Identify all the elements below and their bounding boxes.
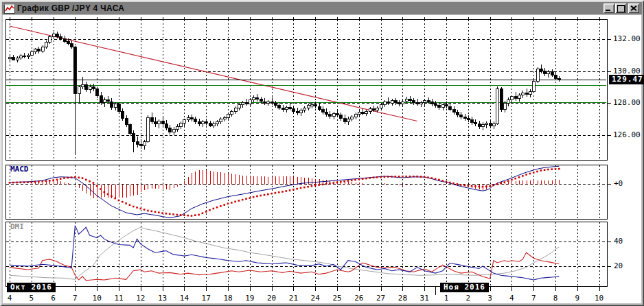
x-axis-date-label: 19 — [241, 294, 259, 303]
x-axis-date-label: 21 — [284, 294, 302, 303]
price-axis-label: 132.00 — [613, 35, 641, 43]
x-axis-date-label: 7 — [66, 294, 84, 303]
chart-client-area: MACD DMI +0 40 20 129.47 Окт 2016 Ноя 20… — [3, 15, 641, 303]
month-label-oct: Окт 2016 — [7, 283, 56, 292]
x-axis-date-label: 9 — [568, 294, 586, 303]
price-axis-label: 128.00 — [613, 99, 641, 107]
x-axis-date-label: 13 — [154, 294, 172, 303]
x-axis-date-label: 20 — [263, 294, 281, 303]
price-chart-canvas[interactable] — [3, 15, 641, 303]
last-price-badge: 129.47 — [609, 75, 644, 84]
x-axis-date-label: 5 — [23, 294, 41, 303]
price-axis-label: 130.00 — [613, 67, 641, 75]
x-axis-date-label: 3 — [481, 294, 499, 303]
x-axis-date-label: 24 — [306, 294, 324, 303]
close-icon — [630, 5, 637, 11]
window-title: График GBP /JPY 4 ЧАСА — [17, 2, 603, 14]
app-window: График GBP /JPY 4 ЧАСА MACD DMI +0 40 20… — [0, 0, 644, 306]
x-axis-date-label: 26 — [350, 294, 368, 303]
dmi-axis-label-20: 20 — [614, 262, 623, 270]
x-axis-date-label: 6 — [45, 294, 62, 303]
x-axis-date-label: 4 — [503, 294, 520, 303]
x-axis-date-label: 17 — [197, 294, 215, 303]
maximize-button[interactable] — [615, 3, 626, 13]
line-chart-app-icon — [4, 3, 15, 14]
maximize-icon — [617, 5, 625, 12]
dmi-panel-label: DMI — [10, 223, 24, 231]
x-axis-date-label: 14 — [175, 294, 193, 303]
x-axis-date-label: 12 — [132, 294, 150, 303]
close-button[interactable] — [628, 3, 639, 13]
x-axis-date-label: 11 — [110, 294, 128, 303]
x-axis-date-label: 27 — [372, 294, 390, 303]
dmi-axis-label-40: 40 — [614, 237, 623, 246]
x-axis-date-label: 8 — [547, 294, 564, 303]
price-axis-label: 126.00 — [613, 131, 641, 139]
x-axis-date-label: 25 — [328, 294, 346, 303]
x-axis-date-label: 18 — [219, 294, 237, 303]
window-controls — [603, 3, 639, 13]
title-bar[interactable]: График GBP /JPY 4 ЧАСА — [2, 2, 642, 14]
x-axis-date-label: 31 — [415, 294, 433, 303]
x-axis-date-label: 4 — [1, 294, 19, 303]
x-axis-date-label: 1 — [437, 294, 455, 303]
month-label-nov: Ноя 2016 — [440, 283, 489, 292]
x-axis-date-label: 2 — [459, 294, 477, 303]
macd-panel-label: MACD — [10, 165, 29, 174]
minimize-button[interactable] — [603, 3, 614, 13]
minimize-icon — [606, 10, 610, 11]
x-axis-date-label: 10 — [88, 294, 106, 303]
x-axis-date-label: 28 — [393, 294, 411, 303]
x-axis-date-label: 10 — [590, 294, 608, 303]
x-axis-date-label: 7 — [525, 294, 542, 303]
macd-zero-axis-label: +0 — [614, 180, 623, 188]
